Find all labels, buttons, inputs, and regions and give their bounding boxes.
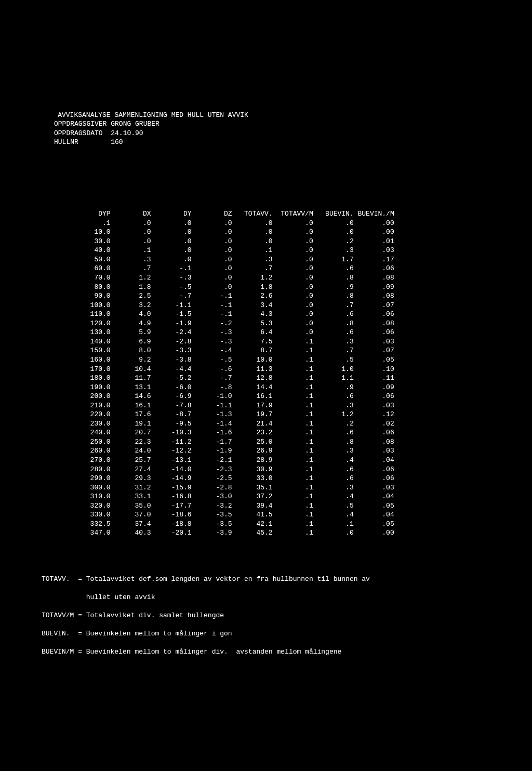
report-title: AVVIKSANALYSE SAMMENLIGNING MED HULL UTE… — [58, 111, 248, 119]
data-table: DYP DX DY DZ TOTAVV. TOTAVV/M BUEVIN. BU… — [42, 209, 532, 538]
header-field-oppdragsgiver: OPPDRAGSGIVER GRONG GRUBER — [42, 119, 159, 129]
terminal-report: AVVIKSANALYSE SAMMENLIGNING MED HULL UTE… — [0, 36, 532, 666]
report-header: AVVIKSANALYSE SAMMENLIGNING MED HULL UTE… — [42, 101, 532, 156]
header-field-oppdragsdato: OPPDRAGSDATO 24.10.90 — [42, 129, 143, 138]
definitions-block: TOTAVV. = Totalavviket def.som lengden a… — [42, 575, 532, 657]
header-field-hullnr: HULLNR 160 — [42, 138, 123, 147]
